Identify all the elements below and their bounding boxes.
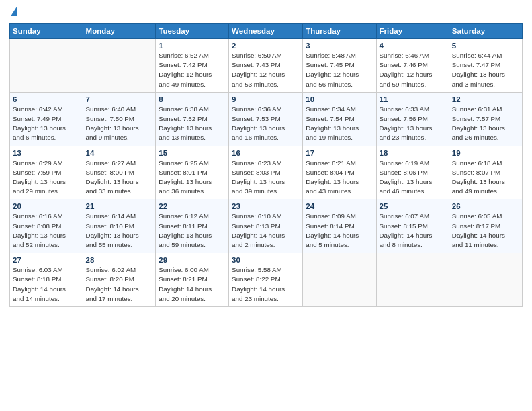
weekday-header-tuesday: Tuesday <box>156 24 229 39</box>
day-info: Sunrise: 6:29 AM Sunset: 7:59 PM Dayligh… <box>13 158 80 197</box>
calendar-cell: 26Sunrise: 6:05 AM Sunset: 8:17 PM Dayli… <box>449 199 522 253</box>
day-number: 23 <box>232 202 300 210</box>
calendar-cell <box>449 253 522 307</box>
calendar-cell: 10Sunrise: 6:34 AM Sunset: 7:54 PM Dayli… <box>303 92 376 146</box>
day-number: 5 <box>452 42 519 50</box>
day-info: Sunrise: 6:07 AM Sunset: 8:15 PM Dayligh… <box>380 212 446 250</box>
day-info: Sunrise: 6:18 AM Sunset: 8:07 PM Dayligh… <box>452 158 519 197</box>
calendar-cell: 16Sunrise: 6:23 AM Sunset: 8:03 PM Dayli… <box>229 146 303 199</box>
logo-triangle-icon <box>11 7 17 16</box>
calendar-cell: 1Sunrise: 6:52 AM Sunset: 7:42 PM Daylig… <box>156 39 229 93</box>
day-info: Sunrise: 6:31 AM Sunset: 7:57 PM Dayligh… <box>452 105 519 143</box>
day-number: 7 <box>86 95 153 103</box>
day-info: Sunrise: 6:21 AM Sunset: 8:04 PM Dayligh… <box>306 158 373 197</box>
day-number: 20 <box>13 202 80 210</box>
weekday-header-wednesday: Wednesday <box>229 24 303 39</box>
day-info: Sunrise: 6:40 AM Sunset: 7:50 PM Dayligh… <box>86 105 153 143</box>
weekday-header-monday: Monday <box>83 24 156 39</box>
day-info: Sunrise: 5:58 AM Sunset: 8:22 PM Dayligh… <box>232 265 300 304</box>
day-number: 1 <box>159 42 226 50</box>
day-info: Sunrise: 6:50 AM Sunset: 7:43 PM Dayligh… <box>232 51 300 89</box>
calendar-cell: 3Sunrise: 6:48 AM Sunset: 7:45 PM Daylig… <box>303 39 376 93</box>
calendar-cell: 7Sunrise: 6:40 AM Sunset: 7:50 PM Daylig… <box>83 92 156 146</box>
day-number: 12 <box>452 95 519 103</box>
calendar-cell: 30Sunrise: 5:58 AM Sunset: 8:22 PM Dayli… <box>229 253 303 307</box>
calendar-cell: 13Sunrise: 6:29 AM Sunset: 7:59 PM Dayli… <box>10 146 83 199</box>
header <box>9 7 523 17</box>
day-info: Sunrise: 6:34 AM Sunset: 7:54 PM Dayligh… <box>306 105 373 143</box>
day-info: Sunrise: 6:09 AM Sunset: 8:14 PM Dayligh… <box>306 212 373 250</box>
calendar-cell: 14Sunrise: 6:27 AM Sunset: 8:00 PM Dayli… <box>83 146 156 199</box>
day-info: Sunrise: 6:00 AM Sunset: 8:21 PM Dayligh… <box>159 265 226 304</box>
day-info: Sunrise: 6:02 AM Sunset: 8:20 PM Dayligh… <box>86 265 153 304</box>
calendar-cell: 29Sunrise: 6:00 AM Sunset: 8:21 PM Dayli… <box>156 253 229 307</box>
calendar-cell: 19Sunrise: 6:18 AM Sunset: 8:07 PM Dayli… <box>449 146 522 199</box>
day-number: 24 <box>306 202 373 210</box>
day-info: Sunrise: 6:46 AM Sunset: 7:46 PM Dayligh… <box>380 51 446 89</box>
calendar-cell: 12Sunrise: 6:31 AM Sunset: 7:57 PM Dayli… <box>449 92 522 146</box>
day-number: 19 <box>452 149 519 157</box>
day-number: 15 <box>159 149 226 157</box>
calendar-week-3: 13Sunrise: 6:29 AM Sunset: 7:59 PM Dayli… <box>10 146 523 199</box>
day-number: 11 <box>380 95 446 103</box>
calendar-cell: 22Sunrise: 6:12 AM Sunset: 8:11 PM Dayli… <box>156 199 229 253</box>
day-info: Sunrise: 6:38 AM Sunset: 7:52 PM Dayligh… <box>159 105 226 143</box>
day-info: Sunrise: 6:14 AM Sunset: 8:10 PM Dayligh… <box>86 212 153 250</box>
calendar-week-4: 20Sunrise: 6:16 AM Sunset: 8:08 PM Dayli… <box>10 199 523 253</box>
day-info: Sunrise: 6:52 AM Sunset: 7:42 PM Dayligh… <box>159 51 226 89</box>
day-number: 10 <box>306 95 373 103</box>
calendar-week-2: 6Sunrise: 6:42 AM Sunset: 7:49 PM Daylig… <box>10 92 523 146</box>
calendar-cell: 18Sunrise: 6:19 AM Sunset: 8:06 PM Dayli… <box>376 146 449 199</box>
calendar-cell: 28Sunrise: 6:02 AM Sunset: 8:20 PM Dayli… <box>83 253 156 307</box>
calendar-cell: 27Sunrise: 6:03 AM Sunset: 8:18 PM Dayli… <box>10 253 83 307</box>
day-info: Sunrise: 6:19 AM Sunset: 8:06 PM Dayligh… <box>380 158 446 197</box>
calendar-cell: 20Sunrise: 6:16 AM Sunset: 8:08 PM Dayli… <box>10 199 83 253</box>
day-info: Sunrise: 6:44 AM Sunset: 7:47 PM Dayligh… <box>452 51 519 89</box>
day-info: Sunrise: 6:12 AM Sunset: 8:11 PM Dayligh… <box>159 212 226 250</box>
calendar-table: SundayMondayTuesdayWednesdayThursdayFrid… <box>9 23 523 307</box>
day-info: Sunrise: 6:36 AM Sunset: 7:53 PM Dayligh… <box>232 105 300 143</box>
calendar-cell: 23Sunrise: 6:10 AM Sunset: 8:13 PM Dayli… <box>229 199 303 253</box>
day-number: 21 <box>86 202 153 210</box>
day-number: 28 <box>86 256 153 264</box>
calendar-week-1: 1Sunrise: 6:52 AM Sunset: 7:42 PM Daylig… <box>10 39 523 93</box>
calendar-cell: 25Sunrise: 6:07 AM Sunset: 8:15 PM Dayli… <box>376 199 449 253</box>
calendar-cell: 24Sunrise: 6:09 AM Sunset: 8:14 PM Dayli… <box>303 199 376 253</box>
day-number: 4 <box>380 42 446 50</box>
day-info: Sunrise: 6:33 AM Sunset: 7:56 PM Dayligh… <box>380 105 446 143</box>
day-number: 14 <box>86 149 153 157</box>
calendar-cell: 11Sunrise: 6:33 AM Sunset: 7:56 PM Dayli… <box>376 92 449 146</box>
day-number: 16 <box>232 149 300 157</box>
calendar-cell: 2Sunrise: 6:50 AM Sunset: 7:43 PM Daylig… <box>229 39 303 93</box>
day-info: Sunrise: 6:10 AM Sunset: 8:13 PM Dayligh… <box>232 212 300 250</box>
day-info: Sunrise: 6:05 AM Sunset: 8:17 PM Dayligh… <box>452 212 519 250</box>
weekday-header-saturday: Saturday <box>449 24 522 39</box>
day-number: 2 <box>232 42 300 50</box>
day-number: 6 <box>13 95 80 103</box>
calendar-cell: 4Sunrise: 6:46 AM Sunset: 7:46 PM Daylig… <box>376 39 449 93</box>
weekday-header-sunday: Sunday <box>10 24 83 39</box>
calendar-cell: 8Sunrise: 6:38 AM Sunset: 7:52 PM Daylig… <box>156 92 229 146</box>
calendar-cell: 21Sunrise: 6:14 AM Sunset: 8:10 PM Dayli… <box>83 199 156 253</box>
calendar-cell: 5Sunrise: 6:44 AM Sunset: 7:47 PM Daylig… <box>449 39 522 93</box>
calendar-cell <box>83 39 156 93</box>
day-number: 29 <box>159 256 226 264</box>
day-number: 27 <box>13 256 80 264</box>
weekday-header-thursday: Thursday <box>303 24 376 39</box>
day-info: Sunrise: 6:25 AM Sunset: 8:01 PM Dayligh… <box>159 158 226 197</box>
day-number: 26 <box>452 202 519 210</box>
calendar-cell: 15Sunrise: 6:25 AM Sunset: 8:01 PM Dayli… <box>156 146 229 199</box>
calendar-cell <box>10 39 83 93</box>
day-number: 13 <box>13 149 80 157</box>
weekday-header-friday: Friday <box>376 24 449 39</box>
calendar-header-row: SundayMondayTuesdayWednesdayThursdayFrid… <box>10 24 523 39</box>
calendar-cell: 17Sunrise: 6:21 AM Sunset: 8:04 PM Dayli… <box>303 146 376 199</box>
calendar-cell <box>303 253 376 307</box>
calendar-week-5: 27Sunrise: 6:03 AM Sunset: 8:18 PM Dayli… <box>10 253 523 307</box>
day-number: 17 <box>306 149 373 157</box>
logo <box>9 7 17 17</box>
day-number: 9 <box>232 95 300 103</box>
day-info: Sunrise: 6:03 AM Sunset: 8:18 PM Dayligh… <box>13 265 80 304</box>
calendar-cell <box>376 253 449 307</box>
day-number: 22 <box>159 202 226 210</box>
